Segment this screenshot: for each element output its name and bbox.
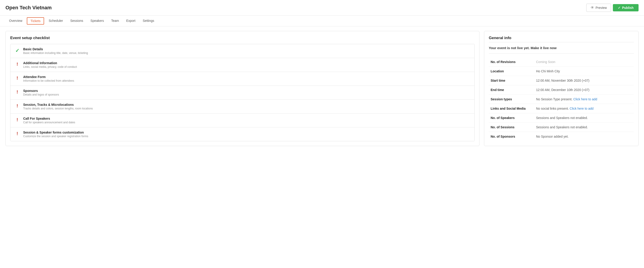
item-title-basic: Basic Details — [23, 47, 471, 51]
checklist-item-sponsors[interactable]: ! Sponsors Details and logos of sponsors — [10, 86, 474, 100]
item-desc-session-forms: Customize the session and speaker regist… — [23, 135, 471, 138]
publish-button[interactable]: ✓ Publish — [613, 4, 638, 11]
exclaim-icon-attendee: ! — [14, 76, 20, 81]
table-row-sponsors: No. of Sponsors No Sponsor added yet. — [489, 132, 634, 141]
nav-tabs: Overview Tickets Scheduler Sessions Spea… — [0, 16, 644, 26]
tab-overview[interactable]: Overview — [6, 16, 26, 26]
exclaim-icon-session-forms: ! — [14, 131, 20, 136]
label-start-time: Start time — [489, 76, 534, 85]
tab-sessions[interactable]: Sessions — [66, 16, 87, 26]
table-row-start-time: Start time 12:00 AM, November 30th 2020 … — [489, 76, 634, 85]
publish-label: Publish — [622, 6, 634, 10]
event-live-status: Your event is not live yet. Make it live… — [489, 46, 634, 50]
item-desc-call-speakers: Call for speakers announcement and dates — [23, 121, 471, 124]
preview-button[interactable]: 👁 Preview — [586, 4, 611, 12]
item-desc-sponsors: Details and logos of sponsors — [23, 93, 471, 96]
value-revisions: Coming Soon — [534, 57, 634, 67]
value-speakers: Sessions and Speakers not enabled. — [534, 113, 634, 123]
label-social-media: Links and Social Media — [489, 104, 534, 113]
item-desc-tracks: Tracks details and colors, session lengt… — [23, 107, 471, 110]
item-desc-basic: Basic information including title, date,… — [23, 51, 471, 55]
value-session-types: No Session Type present. Click here to a… — [534, 95, 634, 104]
item-title-additional: Additional Information — [23, 61, 471, 65]
item-desc-attendee: Information to be collected from attende… — [23, 79, 471, 82]
table-row-social-media: Links and Social Media No social links p… — [489, 104, 634, 113]
label-end-time: End time — [489, 85, 534, 95]
checklist-item-additional-info[interactable]: ! Additional Information Links, social m… — [10, 58, 474, 72]
value-end-time: 12:00 AM, December 10th 2020 (+07) — [534, 85, 634, 95]
item-desc-additional: Links, social media, privacy, code of co… — [23, 65, 471, 69]
header-actions: 👁 Preview ✓ Publish — [586, 4, 638, 12]
info-divider-2 — [489, 54, 634, 54]
value-social-media: No social links present. Click here to a… — [534, 104, 634, 113]
item-title-call-speakers: Call For Speakers — [23, 117, 471, 120]
label-sponsors: No. of Sponsors — [489, 132, 534, 141]
general-info-panel: General info Your event is not live yet.… — [484, 31, 638, 146]
exclaim-icon-speakers: ! — [14, 117, 20, 122]
checklist-item-basic-details[interactable]: ✓ Basic Details Basic information includ… — [10, 44, 474, 58]
tab-settings[interactable]: Settings — [139, 16, 158, 26]
value-start-time: 12:00 AM, November 30th 2020 (+07) — [534, 76, 634, 85]
item-title-sponsors: Sponsors — [23, 89, 471, 93]
label-sessions: No. of Sessions — [489, 123, 534, 132]
label-session-types: Session types — [489, 95, 534, 104]
check-icon-basic: ✓ — [14, 48, 20, 54]
item-title-attendee: Attendee Form — [23, 75, 471, 79]
tab-speakers[interactable]: Speakers — [87, 16, 108, 26]
table-row-sessions: No. of Sessions Sessions and Speakers no… — [489, 123, 634, 132]
info-table: No. of Revisions Coming Soon Location Ho… — [489, 57, 634, 141]
table-row-end-time: End time 12:00 AM, December 10th 2020 (+… — [489, 85, 634, 95]
preview-label: Preview — [596, 6, 607, 10]
tab-team[interactable]: Team — [108, 16, 122, 26]
table-row-location: Location Ho Chi Minh City — [489, 67, 634, 76]
item-title-session-forms: Session & Speaker forms customization — [23, 131, 471, 134]
tab-export[interactable]: Export — [122, 16, 139, 26]
label-speakers: No. of Speakers — [489, 113, 534, 123]
session-types-link[interactable]: Click here to add — [573, 97, 597, 101]
tab-tickets[interactable]: Tickets — [27, 17, 44, 25]
item-title-tracks: Session, Tracks & Microlocations — [23, 103, 471, 106]
check-icon: ✓ — [618, 6, 620, 10]
checklist-title: Event setup checklist — [10, 36, 475, 40]
main-content: Event setup checklist ✓ Basic Details Ba… — [0, 26, 644, 151]
checklist-item-attendee-form[interactable]: ! Attendee Form Information to be collec… — [10, 72, 474, 86]
exclaim-icon-sponsors: ! — [14, 89, 20, 95]
exclaim-icon-additional: ! — [14, 62, 20, 67]
value-sessions: Sessions and Speakers not enabled. — [534, 123, 634, 132]
table-row-speakers: No. of Speakers Sessions and Speakers no… — [489, 113, 634, 123]
checklist-item-session-forms[interactable]: ! Session & Speaker forms customization … — [10, 127, 474, 141]
tab-scheduler[interactable]: Scheduler — [45, 16, 66, 26]
social-media-link[interactable]: Click here to add — [570, 107, 594, 110]
value-sponsors: No Sponsor added yet. — [534, 132, 634, 141]
value-location: Ho Chi Minh City — [534, 67, 634, 76]
table-row-session-types: Session types No Session Type present. C… — [489, 95, 634, 104]
page-title: Open Tech Vietnam — [6, 5, 52, 11]
exclaim-icon-tracks: ! — [14, 103, 20, 109]
table-row-revisions: No. of Revisions Coming Soon — [489, 57, 634, 67]
info-divider — [489, 42, 634, 42]
checklist-item-tracks[interactable]: ! Session, Tracks & Microlocations Track… — [10, 100, 474, 114]
checklist-panel: Event setup checklist ✓ Basic Details Ba… — [6, 31, 480, 146]
eye-icon: 👁 — [590, 6, 594, 10]
label-location: Location — [489, 67, 534, 76]
label-revisions: No. of Revisions — [489, 57, 534, 67]
checklist-item-call-for-speakers[interactable]: ! Call For Speakers Call for speakers an… — [10, 114, 474, 127]
general-info-title: General info — [489, 36, 634, 40]
checklist-items: ✓ Basic Details Basic information includ… — [10, 44, 475, 141]
header: Open Tech Vietnam 👁 Preview ✓ Publish — [0, 0, 644, 16]
